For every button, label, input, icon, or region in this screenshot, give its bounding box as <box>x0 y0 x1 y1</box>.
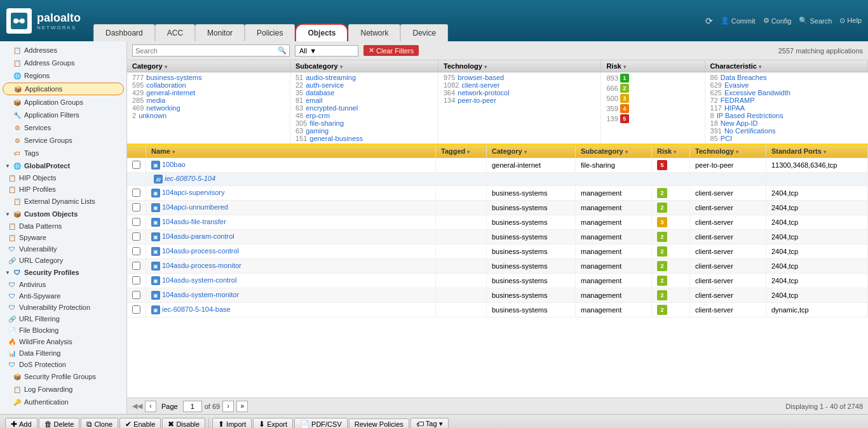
cat-business-systems[interactable]: business-systems <box>146 74 201 81</box>
row-checkbox[interactable] <box>132 203 140 211</box>
sidebar-item-vulnerability-protection[interactable]: 🛡 Vulnerability Protection <box>0 302 126 313</box>
row-checkbox[interactable] <box>132 189 140 197</box>
subcat-audio-streaming[interactable]: audio-streaming <box>306 74 356 81</box>
add-button[interactable]: ✚ Add <box>5 418 37 429</box>
nav-tab-acc[interactable]: ACC <box>155 24 195 41</box>
app-name-link[interactable]: 104asdu-file-transfer <box>162 218 226 225</box>
cat-unknown[interactable]: unknown <box>139 112 166 119</box>
sidebar-section-globalprotect[interactable]: ▼ 🌐 GlobalProtect <box>0 159 126 172</box>
sidebar-item-application-filters[interactable]: 🔧 Application Filters <box>0 109 126 121</box>
config-button[interactable]: ⚙ Config <box>763 17 792 25</box>
app-name-link[interactable]: 100bao <box>162 161 186 168</box>
sidebar-item-address-groups[interactable]: 📋 Address Groups <box>0 57 126 69</box>
cat-collaboration[interactable]: collaboration <box>146 81 186 89</box>
col-header-category2[interactable]: Category ▾ <box>487 145 576 158</box>
col-header-risk2[interactable]: Risk ▾ <box>652 145 690 158</box>
clone-button[interactable]: ⧉ Clone <box>81 418 118 429</box>
sidebar-item-security-profile-groups[interactable]: 📦 Security Profile Groups <box>0 370 126 383</box>
sidebar-item-antivirus[interactable]: 🛡 Antivirus <box>0 279 126 290</box>
sidebar-item-regions[interactable]: 🌐 Regions <box>0 69 126 82</box>
search-input[interactable] <box>135 47 275 55</box>
app-name-link[interactable]: 104asdu-system-control <box>162 276 236 284</box>
app-name-link[interactable]: 104asdu-process-monitor <box>162 262 241 269</box>
subcat-database[interactable]: database <box>306 89 334 97</box>
col-header-subcategory2[interactable]: Subcategory ▾ <box>576 145 652 158</box>
subcat-auth-service[interactable]: auth-service <box>306 81 344 89</box>
nav-tab-network[interactable]: Network <box>348 24 400 41</box>
filter-dropdown[interactable]: All ▼ <box>295 45 358 57</box>
sidebar-item-url-category[interactable]: 🔗 URL Category <box>0 255 126 266</box>
nav-tab-monitor[interactable]: Monitor <box>195 24 245 41</box>
char-evasive[interactable]: Evasive <box>724 81 749 89</box>
search-submit-icon[interactable]: 🔍 <box>278 46 287 55</box>
sidebar-item-tags[interactable]: 🏷 Tags <box>0 147 126 159</box>
sidebar-item-anti-spyware[interactable]: 🛡 Anti-Spyware <box>0 290 126 302</box>
sidebar-section-custom-objects[interactable]: ▼ 📦 Custom Objects <box>0 208 126 220</box>
sidebar-item-url-filtering[interactable]: 🔗 URL Filtering <box>0 313 126 324</box>
sidebar-item-services[interactable]: ⚙ Services <box>0 121 126 134</box>
import-button[interactable]: ⬆ Import <box>212 418 252 429</box>
row-checkbox[interactable] <box>132 262 140 270</box>
sidebar-item-vulnerability[interactable]: 🛡 Vulnerability <box>0 243 126 255</box>
sidebar-item-service-groups[interactable]: ⚙ Service Groups <box>0 134 126 147</box>
char-ip-restrictions[interactable]: IP Based Restrictions <box>717 112 783 119</box>
app-name-link[interactable]: iec-60870-5-104-base <box>162 305 231 313</box>
app-name-link[interactable]: 104asdu-system-monitor <box>162 291 239 298</box>
col-header-characteristic[interactable]: Characteristic ▾ <box>705 60 867 72</box>
char-data-breaches[interactable]: Data Breaches <box>721 74 767 81</box>
char-hipaa[interactable]: HIPAA <box>724 104 745 112</box>
row-checkbox[interactable] <box>132 305 140 314</box>
app-name-link[interactable]: iec-60870-5-104 <box>165 175 215 182</box>
subcat-gaming[interactable]: gaming <box>306 127 329 135</box>
row-checkbox[interactable] <box>132 232 140 241</box>
col-header-technology2[interactable]: Technology ▾ <box>690 145 766 158</box>
refresh-icon[interactable]: ⟳ <box>705 16 713 26</box>
sidebar-item-application-groups[interactable]: 📦 Application Groups <box>0 96 126 109</box>
cat-general-internet[interactable]: general-internet <box>146 89 195 97</box>
search-button[interactable]: 🔍 Search <box>799 17 832 25</box>
sidebar-item-hip-profiles[interactable]: 📋 HIP Profiles <box>0 184 126 195</box>
delete-button[interactable]: 🗑 Delete <box>39 418 80 429</box>
app-name-link[interactable]: 104apci-unnumbered <box>162 203 228 211</box>
cat-media[interactable]: media <box>146 97 165 104</box>
row-checkbox[interactable] <box>132 276 140 284</box>
sidebar-item-spyware[interactable]: 📋 Spyware <box>0 232 126 243</box>
col-header-name[interactable]: Name ▾ <box>146 145 436 158</box>
char-no-certs[interactable]: No Certifications <box>724 127 776 135</box>
sidebar-item-wildfire-analysis[interactable]: 🔥 WildFire Analysis <box>0 336 126 347</box>
subcat-erp-crm[interactable]: erp-crm <box>306 112 330 119</box>
tech-network-protocol[interactable]: network-protocol <box>458 89 509 97</box>
char-new-appid[interactable]: New App-ID <box>721 119 758 127</box>
sidebar-item-log-forwarding[interactable]: 📋 Log Forwarding <box>0 383 126 396</box>
col-header-standard-ports[interactable]: Standard Ports ▾ <box>766 145 868 158</box>
char-pci[interactable]: PCI <box>721 135 732 142</box>
sidebar-item-applications[interactable]: 📦 Applications <box>3 83 124 95</box>
row-checkbox[interactable] <box>132 291 140 299</box>
col-header-technology[interactable]: Technology ▾ <box>438 60 601 72</box>
char-excessive-bw[interactable]: Excessive Bandwidth <box>724 89 790 97</box>
nav-tab-policies[interactable]: Policies <box>245 24 295 41</box>
sidebar-item-file-blocking[interactable]: 📄 File Blocking <box>0 324 126 336</box>
commit-button[interactable]: 👤 Commit <box>721 17 756 25</box>
app-name-link[interactable]: 104apci-supervisory <box>162 189 224 196</box>
row-checkbox[interactable] <box>132 247 140 255</box>
pdf-csv-button[interactable]: 📄 PDF/CSV <box>294 418 348 429</box>
row-checkbox[interactable] <box>132 218 140 226</box>
help-button[interactable]: ⊙ Help <box>839 17 862 25</box>
subcat-file-sharing[interactable]: file-sharing <box>309 119 344 127</box>
subcat-email[interactable]: email <box>306 97 322 104</box>
clear-filters-button[interactable]: ✕ Clear Filters <box>363 45 419 56</box>
char-fedramp[interactable]: FEDRAMP <box>721 97 755 104</box>
disable-button[interactable]: ✖ Disable <box>162 418 205 429</box>
sidebar-item-data-patterns[interactable]: 📋 Data Patterns <box>0 220 126 232</box>
sidebar-item-dos-protection[interactable]: 🛡 DoS Protection <box>0 359 126 370</box>
tech-peer-to-peer[interactable]: peer-to-peer <box>458 97 496 104</box>
page-prev-button[interactable]: ‹ <box>145 401 156 412</box>
enable-button[interactable]: ✔ Enable <box>119 418 161 429</box>
page-number-input[interactable] <box>183 401 202 412</box>
tech-client-server[interactable]: client-server <box>461 81 499 89</box>
page-next-button[interactable]: › <box>222 401 234 412</box>
cat-networking[interactable]: networking <box>146 104 180 112</box>
app-name-link[interactable]: 104asdu-param-control <box>162 232 234 240</box>
nav-tab-objects[interactable]: Objects <box>295 23 348 41</box>
